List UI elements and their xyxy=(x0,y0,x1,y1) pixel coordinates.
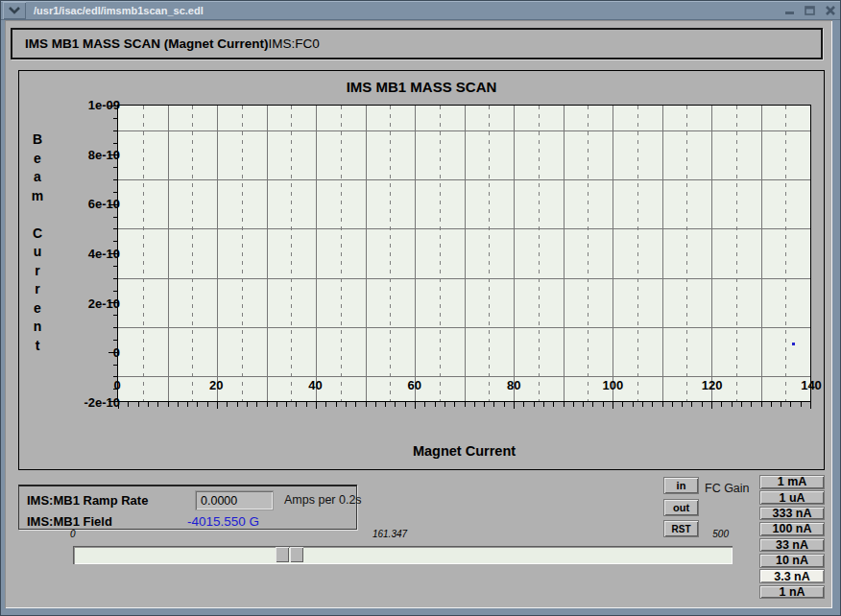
data-point xyxy=(792,343,795,345)
x-axis-tick xyxy=(385,401,386,407)
gridline-vertical xyxy=(366,106,367,401)
gridline-vertical-dashed xyxy=(785,106,786,401)
x-axis-tick xyxy=(395,401,396,407)
field-label: IMS:MB1 Field xyxy=(27,514,112,529)
fc-out-button[interactable]: out xyxy=(663,499,699,516)
fc-rst-label: RST xyxy=(672,524,691,534)
gain-button-label: 100 nA xyxy=(773,522,812,535)
mass-scan-chart: IMS MB1 MASS SCAN B e a m C u r r e n t … xyxy=(18,70,825,470)
ramp-rate-units: Amps per 0.2s xyxy=(284,493,362,507)
slider-max-label: 500 xyxy=(712,529,729,539)
x-axis-tick xyxy=(445,401,445,407)
gridline-horizontal xyxy=(118,130,810,131)
slider-handle-left xyxy=(276,547,289,562)
gridline-horizontal xyxy=(118,179,810,180)
x-axis-tick xyxy=(138,401,139,407)
gain-button-label: 1 nA xyxy=(779,585,805,599)
y-axis-tick xyxy=(113,365,118,366)
slider-min-label: 0 xyxy=(70,529,76,539)
x-tick-label: 140 xyxy=(801,378,822,392)
fc-in-button[interactable]: in xyxy=(663,477,699,494)
gain-button-333-na[interactable]: 333 nA xyxy=(759,507,825,521)
gain-button-10-na[interactable]: 10 nA xyxy=(759,554,825,568)
y-axis-tick xyxy=(113,291,118,292)
x-axis-tick xyxy=(415,401,416,409)
gridline-vertical-dashed xyxy=(143,106,144,401)
x-axis-tick xyxy=(247,401,248,407)
gridline-horizontal xyxy=(118,228,810,229)
x-axis-tick xyxy=(375,401,376,407)
y-axis-tick xyxy=(113,130,118,131)
faraday-cup-id: IMS:FC0 xyxy=(269,36,320,51)
x-axis-tick xyxy=(523,401,524,407)
x-axis-tick xyxy=(810,401,811,409)
x-axis-tick xyxy=(721,401,722,407)
ramp-rate-input[interactable] xyxy=(196,491,273,509)
x-axis-tick xyxy=(435,401,436,407)
y-tick-label: -2e-10 xyxy=(34,395,120,410)
y-axis-tick xyxy=(113,340,118,341)
x-axis-tick xyxy=(761,401,762,407)
magnet-current-slider[interactable] xyxy=(73,546,733,564)
gridline-vertical xyxy=(267,106,268,401)
window-menu-button[interactable] xyxy=(3,2,26,19)
plot-area xyxy=(117,105,811,402)
x-axis-tick xyxy=(543,401,544,407)
fc-rst-button[interactable]: RST xyxy=(663,520,699,537)
x-axis-tick xyxy=(296,401,297,407)
x-axis-tick xyxy=(267,401,268,407)
x-axis-tick xyxy=(603,401,604,407)
gridline-vertical-dashed xyxy=(489,106,490,401)
y-axis-tick xyxy=(113,241,118,242)
y-axis-tick xyxy=(113,192,118,193)
x-axis-tick xyxy=(227,401,228,407)
y-axis-title: B e a m C u r r e n t xyxy=(29,130,46,355)
y-tick-label: 2e-10 xyxy=(34,296,120,310)
x-axis-tick xyxy=(702,401,703,407)
y-axis-tick xyxy=(113,167,118,168)
gridline-vertical-dashed xyxy=(440,106,441,401)
gridline-vertical xyxy=(711,106,712,401)
y-axis-tick xyxy=(113,217,118,218)
maximize-button[interactable] xyxy=(805,5,816,16)
field-value: -4015.550 G xyxy=(187,514,259,529)
gain-button-1-na[interactable]: 1 nA xyxy=(759,585,825,600)
x-axis-tick xyxy=(346,401,347,407)
fc-in-label: in xyxy=(677,480,686,491)
y-tick-label: 6e-10 xyxy=(34,197,120,211)
gridline-vertical xyxy=(415,106,416,401)
x-axis-tick xyxy=(168,401,169,407)
gain-button-label: 333 nA xyxy=(773,507,812,520)
x-axis-tick xyxy=(613,401,613,409)
x-tick-label: 100 xyxy=(603,378,624,392)
x-tick-label: 80 xyxy=(507,378,520,392)
fc-gain-label: FC Gain xyxy=(705,482,750,495)
x-axis-tick xyxy=(366,401,367,407)
x-axis-tick xyxy=(691,401,692,407)
gain-button-1-ma[interactable]: 1 mA xyxy=(759,475,825,489)
fc-out-label: out xyxy=(673,502,689,513)
gain-button-1-ua[interactable]: 1 uA xyxy=(759,490,825,505)
slider-handle[interactable] xyxy=(276,547,304,563)
minimize-button[interactable] xyxy=(784,5,796,16)
gain-button-33-na[interactable]: 33 nA xyxy=(759,538,825,553)
gain-button-3-3-na[interactable]: 3.3 nA xyxy=(759,569,825,583)
close-button[interactable] xyxy=(825,5,836,16)
gridline-horizontal xyxy=(118,278,810,279)
gridline-vertical xyxy=(662,106,663,401)
x-axis-tick xyxy=(276,401,277,407)
y-axis-tick xyxy=(113,266,118,267)
x-axis-tick xyxy=(454,401,455,407)
x-axis-tick xyxy=(286,401,287,407)
ramp-rate-label: IMS:MB1 Ramp Rate xyxy=(27,493,148,508)
gridline-vertical xyxy=(217,106,218,401)
x-axis-tick xyxy=(682,401,683,407)
screen-title: IMS MB1 MASS SCAN (Magnet Current) xyxy=(25,36,269,51)
gain-button-100-na[interactable]: 100 nA xyxy=(759,522,825,536)
x-axis-tick xyxy=(316,401,317,409)
x-axis-tick xyxy=(424,401,425,407)
x-axis-tick xyxy=(197,401,198,407)
gain-button-label: 3.3 nA xyxy=(774,570,810,583)
x-axis-tick xyxy=(465,401,466,407)
gridline-vertical xyxy=(761,106,762,401)
